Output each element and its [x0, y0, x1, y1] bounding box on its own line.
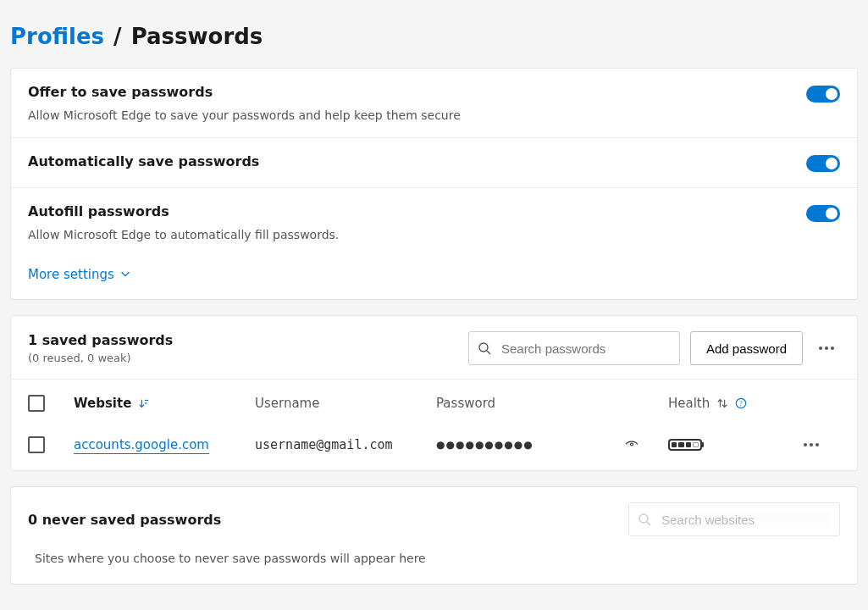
autofill-desc: Allow Microsoft Edge to automatically fi… — [28, 228, 789, 241]
more-icon — [804, 443, 819, 446]
chevron-down-icon — [119, 268, 131, 283]
passwords-table-header: Website Username Password Health ? — [11, 379, 857, 424]
autofill-row: Autofill passwords Allow Microsoft Edge … — [11, 188, 857, 257]
svg-line-1 — [487, 351, 490, 354]
breadcrumb: Profiles / Passwords — [0, 0, 868, 68]
row-more-button[interactable] — [798, 443, 825, 446]
offer-to-save-toggle[interactable] — [806, 86, 840, 103]
auto-save-row: Automatically save passwords — [11, 138, 857, 188]
more-settings-link[interactable]: More settings — [28, 267, 131, 282]
offer-to-save-title: Offer to save passwords — [28, 84, 789, 100]
reveal-password-icon[interactable] — [624, 435, 639, 453]
autofill-toggle[interactable] — [806, 205, 840, 222]
col-website[interactable]: Website — [74, 396, 252, 411]
search-passwords-input[interactable] — [501, 341, 671, 356]
password-strength-icon — [668, 439, 702, 451]
svg-point-10 — [639, 514, 648, 523]
auto-save-toggle[interactable] — [806, 155, 840, 172]
never-saved-title: 0 never saved passwords — [28, 512, 221, 528]
more-icon — [819, 347, 834, 350]
sort-icon — [138, 397, 150, 409]
autofill-title: Autofill passwords — [28, 203, 789, 219]
svg-line-11 — [647, 522, 650, 525]
col-username: Username — [255, 396, 433, 411]
svg-text:?: ? — [740, 400, 744, 408]
saved-passwords-card: 1 saved passwords (0 reused, 0 weak) Add… — [10, 315, 858, 471]
never-saved-card: 0 never saved passwords Sites where you … — [10, 486, 858, 585]
settings-card: Offer to save passwords Allow Microsoft … — [10, 68, 858, 300]
password-mask: ●●●●●●●●●● — [436, 439, 534, 451]
col-health[interactable]: Health ? — [668, 396, 794, 411]
breadcrumb-current: Passwords — [131, 24, 263, 49]
offer-to-save-desc: Allow Microsoft Edge to save your passwo… — [28, 108, 789, 122]
auto-save-title: Automatically save passwords — [28, 153, 789, 169]
row-checkbox[interactable] — [28, 436, 45, 453]
info-icon[interactable]: ? — [735, 397, 747, 409]
saved-sub-label: (0 reused, 0 weak) — [28, 352, 173, 364]
offer-to-save-row: Offer to save passwords Allow Microsoft … — [11, 69, 857, 138]
select-all-checkbox[interactable] — [28, 395, 45, 412]
never-saved-desc: Sites where you choose to never save pas… — [11, 552, 857, 584]
username-cell: username@gmail.com — [255, 437, 433, 452]
add-password-button[interactable]: Add password — [690, 331, 803, 365]
table-row: accounts.google.com username@gmail.com ●… — [11, 424, 857, 470]
more-settings-label: More settings — [28, 267, 114, 282]
search-never-input — [661, 513, 831, 527]
search-never-box — [628, 502, 840, 536]
svg-point-9 — [631, 443, 633, 446]
saved-more-button[interactable] — [813, 347, 840, 350]
breadcrumb-separator: / — [112, 24, 124, 49]
breadcrumb-parent-link[interactable]: Profiles — [10, 24, 104, 49]
col-health-label: Health — [668, 396, 710, 411]
col-password: Password — [436, 396, 665, 411]
search-icon — [638, 513, 651, 526]
search-passwords-box[interactable] — [468, 331, 680, 365]
saved-count-label: 1 saved passwords — [28, 332, 173, 348]
svg-point-0 — [479, 343, 488, 352]
site-link[interactable]: accounts.google.com — [74, 437, 209, 454]
sort-arrows-icon — [716, 397, 728, 409]
search-icon — [478, 341, 491, 355]
col-website-label: Website — [74, 396, 131, 411]
